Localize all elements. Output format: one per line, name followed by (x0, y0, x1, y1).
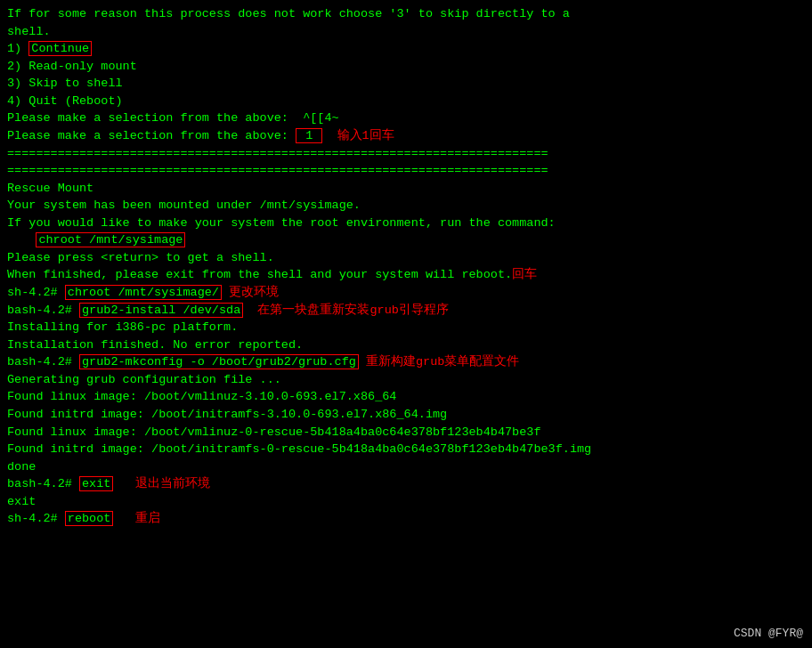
terminal-line: When finished, please exit from the shel… (7, 266, 805, 284)
terminal-line: Found initrd image: /boot/initramfs-3.10… (7, 406, 805, 424)
watermark: CSDN @FYR@ (734, 626, 803, 643)
terminal-line: If you would like to make your system th… (7, 215, 805, 232)
terminal-line: done (7, 458, 805, 476)
terminal-line: sh-4.2# reboot 重启 (7, 510, 805, 528)
terminal-line: Please press <return> to get a shell. (7, 249, 805, 267)
terminal-line: If for some reason this process does not… (7, 5, 805, 23)
terminal-line: Please make a selection from the above: … (7, 127, 805, 145)
terminal-line: Generating grub configuration file ... (7, 371, 805, 389)
terminal-output: If for some reason this process does not… (7, 5, 805, 528)
terminal-line: 2) Read-only mount (7, 58, 805, 76)
terminal-line: Please make a selection from the above: … (7, 109, 805, 127)
terminal-line: bash-4.2# grub2-install /dev/sda 在第一块盘重新… (7, 302, 805, 320)
terminal-line: ========================================… (7, 162, 805, 180)
terminal-line: Found linux image: /boot/vmlinuz-0-rescu… (7, 424, 805, 441)
terminal-line: 3) Skip to shell (7, 75, 805, 93)
terminal-line: sh-4.2# chroot /mnt/sysimage/ 更改环境 (7, 284, 805, 302)
terminal-line: Found linux image: /boot/vmlinuz-3.10.0-… (7, 388, 805, 406)
terminal-line: Installing for i386-pc platform. (7, 319, 805, 336)
terminal-line: bash-4.2# exit 退出当前环境 (7, 475, 805, 493)
terminal-line: Installation finished. No error reported… (7, 336, 805, 354)
terminal-line: 1) Continue (7, 40, 805, 58)
terminal-line: ========================================… (7, 145, 805, 163)
terminal-line: bash-4.2# grub2-mkconfig -o /boot/grub2/… (7, 353, 805, 371)
terminal-line: Rescue Mount (7, 180, 805, 198)
terminal-line: exit (7, 493, 805, 511)
terminal-line: 4) Quit (Reboot) (7, 93, 805, 110)
terminal-line: chroot /mnt/sysimage (7, 231, 805, 249)
terminal-line: Your system has been mounted under /mnt/… (7, 197, 805, 215)
terminal-line: Found initrd image: /boot/initramfs-0-re… (7, 441, 805, 458)
terminal-line: shell. (7, 23, 805, 41)
